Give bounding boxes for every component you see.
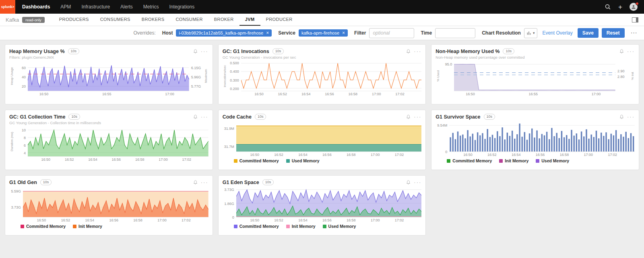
filter-label: Filter: [354, 30, 366, 36]
host-chip-remove-icon[interactable]: ×: [266, 31, 269, 35]
reset-button[interactable]: Reset: [602, 28, 625, 38]
chart-card: Heap Memory Usage % 10s ··· Filters: plu…: [5, 44, 213, 104]
service-label: Service: [278, 30, 295, 36]
chart-canvas[interactable]: [241, 61, 422, 91]
y-tick-label: 0.500: [230, 61, 239, 65]
plot-area[interactable]: 16:5016:5517:00: [28, 61, 189, 96]
time-input[interactable]: [435, 28, 475, 38]
alert-bell-icon[interactable]: [193, 180, 198, 185]
legend-item[interactable]: Used Memory: [286, 158, 320, 163]
legend-item[interactable]: Used Memory: [536, 158, 569, 163]
nav-item-alerts[interactable]: Alerts: [115, 0, 138, 14]
chart-body: 5.59G3.73G16:5016:5216:5416:5616:5817:00…: [9, 186, 208, 223]
service-chip[interactable]: kafka-apm-firehose ×: [299, 29, 348, 37]
event-overlay-link[interactable]: Event Overlay: [542, 30, 572, 36]
legend-item[interactable]: Committed Memory: [234, 158, 279, 163]
chart-canvas[interactable]: [236, 187, 422, 217]
y-tick-label: 0.400: [230, 70, 239, 74]
legend-item[interactable]: Init Memory: [73, 224, 102, 229]
chart-menu-icon[interactable]: ···: [414, 114, 421, 119]
chart-canvas[interactable]: [28, 61, 189, 91]
splunk-logo[interactable]: splunk>: [0, 0, 15, 14]
y-axis-ticks-right: 2.902.80: [615, 61, 630, 91]
legend-item[interactable]: Committed Memory: [21, 224, 66, 229]
chart-body: Duration (ms)1086416:5016:5216:5416:5616…: [9, 125, 208, 162]
service-chip-remove-icon[interactable]: ×: [342, 31, 345, 35]
dashboard-tabs: PRODUCERSCONSUMERSBROKERSCONSUMERBROKERJ…: [54, 14, 298, 26]
avatar[interactable]: [630, 3, 638, 11]
legend-item[interactable]: Used Memory: [323, 224, 356, 229]
chart-canvas[interactable]: [23, 187, 208, 217]
x-tick-label: 17:00: [371, 153, 380, 157]
x-tick-label: 17:02: [395, 92, 405, 96]
chart-menu-icon[interactable]: ···: [627, 49, 635, 54]
alert-bell-icon[interactable]: [406, 49, 411, 54]
tab-jvm[interactable]: JVM: [239, 14, 260, 26]
plot-area[interactable]: 16:5016:5216:5416:5616:5817:0017:02: [236, 121, 422, 157]
plot-area[interactable]: 16:5016:5216:5416:5616:5817:0017:02: [23, 187, 208, 223]
y-axis-ticks-left: 3.73G1.86G0: [223, 187, 236, 217]
resolution-badge: 10s: [68, 48, 80, 54]
filter-input[interactable]: [369, 28, 414, 38]
search-icon[interactable]: [605, 4, 611, 10]
tab-consumers[interactable]: CONSUMERS: [95, 14, 136, 26]
more-options-icon[interactable]: ···: [631, 30, 638, 36]
add-icon[interactable]: +: [618, 4, 622, 10]
plot-area[interactable]: 16:5016:5216:5416:5616:5817:0017:02: [28, 126, 208, 162]
tab-producers[interactable]: PRODUCERS: [54, 14, 95, 26]
alert-bell-icon[interactable]: [193, 115, 198, 119]
legend-item[interactable]: Committed Memory: [447, 158, 492, 163]
legend-item[interactable]: Init Memory: [499, 158, 528, 163]
chart-menu-icon[interactable]: ···: [201, 49, 208, 54]
nav-item-metrics[interactable]: Metrics: [138, 0, 164, 14]
alert-bell-icon[interactable]: [193, 49, 198, 54]
x-tick-label: 16:50: [37, 218, 46, 222]
y-axis-label-left: Duration (ms): [9, 126, 14, 157]
tab-consumer[interactable]: CONSUMER: [170, 14, 208, 26]
x-tick-label: 16:52: [278, 92, 287, 96]
tab-brokers[interactable]: BROKERS: [136, 14, 170, 26]
plot-area[interactable]: 16:5016:5216:5416:5616:5817:0017:02: [241, 61, 422, 96]
nav-item-integrations[interactable]: Integrations: [164, 0, 200, 14]
tab-producer[interactable]: PRODUCER: [260, 14, 298, 26]
chart-resolution-select[interactable]: ▾: [524, 28, 538, 38]
legend-item[interactable]: Init Memory: [286, 224, 316, 229]
y-axis-ticks-right: 6.15G5.96G5.77G: [189, 61, 204, 91]
nav-item-dashboards[interactable]: Dashboards: [17, 0, 55, 14]
y-tick-label: 3.73G: [224, 188, 234, 192]
legend-label: Init Memory: [505, 158, 528, 163]
chart-canvas[interactable]: [454, 61, 615, 91]
alert-bell-icon[interactable]: [619, 115, 624, 119]
chart-menu-icon[interactable]: ···: [414, 49, 421, 54]
panel-toggle-icon[interactable]: [632, 17, 638, 23]
x-tick-label: 16:54: [88, 158, 97, 162]
plot-area[interactable]: 16:5016:5216:5416:5616:5817:0017:02: [236, 187, 422, 223]
save-button[interactable]: Save: [578, 28, 599, 38]
x-tick-label: 17:00: [592, 92, 601, 96]
chart-title: G1 Eden Space: [223, 180, 259, 185]
plot-area[interactable]: 16:5016:5517:00: [454, 61, 615, 96]
alert-bell-icon[interactable]: [619, 49, 624, 54]
chart-menu-icon[interactable]: ···: [201, 114, 208, 119]
legend-item[interactable]: Committed Memory: [234, 224, 279, 229]
alert-bell-icon[interactable]: [406, 180, 411, 185]
breadcrumb[interactable]: Kafka: [6, 17, 19, 23]
y-tick-label: 2.80: [617, 75, 625, 79]
legend-swatch: [536, 159, 539, 163]
nav-item-infrastructure[interactable]: Infrastructure: [76, 0, 115, 14]
chart-menu-icon[interactable]: ···: [414, 180, 421, 185]
chart-canvas[interactable]: [449, 121, 635, 152]
resolution-icon: [527, 31, 531, 35]
tab-broker[interactable]: BROKER: [208, 14, 239, 26]
chart-canvas[interactable]: [236, 121, 422, 152]
plot-area[interactable]: 16:5016:5216:5416:5616:5817:0017:02: [449, 121, 635, 157]
chart-menu-icon[interactable]: ···: [201, 180, 208, 185]
host-chip[interactable]: i-03bb9829c1a12ab55_kafka-apm-firehose ×: [176, 29, 272, 37]
x-tick-label: 16:58: [133, 218, 142, 222]
chart-canvas[interactable]: [28, 126, 208, 157]
nav-item-apm[interactable]: APM: [55, 0, 76, 14]
alert-bell-icon[interactable]: [406, 115, 411, 119]
chart-menu-icon[interactable]: ···: [627, 114, 635, 119]
notification-badge: [636, 2, 639, 5]
x-tick-label: 16:52: [274, 218, 283, 222]
